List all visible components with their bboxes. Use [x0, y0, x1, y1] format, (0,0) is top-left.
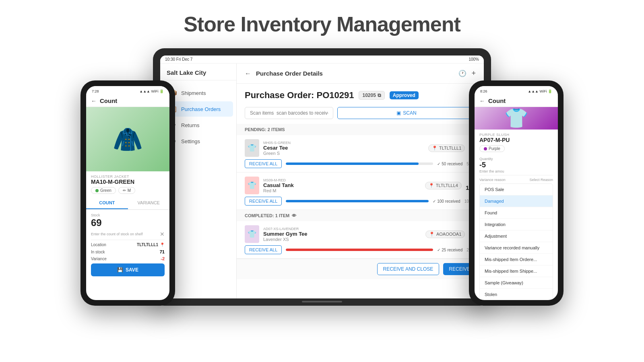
- dropdown-misship-shipped[interactable]: Mis-shipped Item Shippe...: [480, 265, 553, 277]
- tablet-status-bar: 10:30 Fri Dec 7 100%: [160, 56, 484, 64]
- phone-right-back[interactable]: ←: [479, 98, 485, 104]
- casual-tank-info: MS09-M-RED Casual Tank Red M: [263, 178, 421, 193]
- variance-row: Variance -2: [91, 256, 165, 261]
- phone-right-color-tag[interactable]: Purple: [479, 145, 505, 152]
- phone-left-header: ← Count: [86, 95, 169, 107]
- pin-icon: 📍: [432, 146, 438, 151]
- summer-received-label: ✓ 25 received: [437, 248, 462, 252]
- devices-container: 10:30 Fri Dec 7 100% Salt Lake City 📦 Sh…: [80, 48, 564, 338]
- variance-reason-dropdown[interactable]: POS Sale Damaged Found Integration Adjus…: [479, 183, 553, 300]
- tablet-body: Salt Lake City 📦 Shipments 📋 Purchase Or…: [160, 64, 484, 298]
- sidebar-label-purchase-orders: Purchase Orders: [181, 106, 221, 112]
- receive-all-btn-casual[interactable]: RECEIVE ALL: [245, 197, 282, 206]
- count-tab[interactable]: COUNT: [86, 197, 128, 209]
- save-button[interactable]: 💾 SAVE: [91, 263, 165, 276]
- enter-amount-hint: Enter the amou: [479, 169, 553, 175]
- stock-value: 69: [91, 217, 165, 228]
- dropdown-pos-sale[interactable]: POS Sale: [480, 184, 553, 195]
- cesar-tee-variant: Green S: [263, 151, 424, 156]
- color-swatch-purple: [484, 147, 487, 150]
- scan-input[interactable]: [245, 107, 333, 119]
- casual-tank-sku: MS09-M-RED: [263, 178, 421, 182]
- phone-left: 7:28 ▲▲▲ WiFi 🔋 ← Count 🧥 HOLLISTER JACK…: [80, 80, 175, 306]
- variance-value: -2: [161, 256, 165, 261]
- po-id-badge: 10205 ⧉: [359, 91, 384, 100]
- bottom-bar: RECEIVE AND CLOSE RECEIVE: [237, 259, 484, 279]
- phone-left-category: HOLLISTER JACKET: [91, 175, 165, 179]
- po-title: Purchase Order: PO10291 10205 ⧉ Approved: [245, 90, 476, 101]
- phone-left-size-tag[interactable]: ✏ M: [118, 187, 135, 194]
- dropdown-integration[interactable]: Integration: [480, 219, 553, 230]
- count-body: Stock 69 Enter the count of stock on she…: [86, 210, 169, 300]
- tablet: 10:30 Fri Dec 7 100% Salt Lake City 📦 Sh…: [153, 48, 491, 306]
- dropdown-misship-ordered[interactable]: Mis-shipped Item Ordere...: [480, 254, 553, 265]
- add-icon[interactable]: +: [471, 69, 476, 78]
- quantity-value: -5: [479, 161, 553, 169]
- cesar-received-label: ✓ 50 received: [437, 162, 462, 166]
- po-number: Purchase Order: PO10291: [245, 90, 354, 101]
- receive-all-btn-cesar[interactable]: RECEIVE ALL: [245, 159, 282, 168]
- casual-received-label: ✓ 100 received: [433, 199, 460, 204]
- phone-right-title: Count: [488, 97, 506, 104]
- location-label: Location: [91, 243, 106, 247]
- cesar-progress-bar: [286, 162, 433, 165]
- variance-label: Variance: [91, 257, 107, 261]
- quantity-label: Quantity: [479, 157, 553, 161]
- phone-left-title: Count: [100, 97, 117, 104]
- phone-right-tags: Purple: [479, 145, 553, 152]
- pencil-icon: ✏: [123, 188, 126, 193]
- stock-label: Stock: [91, 213, 165, 217]
- variance-reason-section: Variance reason Select Reason POS Sale D…: [475, 177, 558, 300]
- casual-progress-bar: [286, 200, 429, 202]
- color-swatch: [95, 189, 99, 192]
- sidebar-store: Salt Lake City: [160, 64, 236, 80]
- pending-section-header: PENDING: 2 ITEMS: [237, 124, 484, 135]
- casual-tank-thumb: 👕: [245, 177, 259, 194]
- phone-left-screen: 7:28 ▲▲▲ WiFi 🔋 ← Count 🧥 HOLLISTER JACK…: [86, 86, 169, 300]
- phone-right-product-info: PURPLE SLUSH AP07-M-PU Purple: [475, 130, 558, 155]
- phone-right-product-name: AP07-M-PU: [479, 137, 553, 143]
- back-button[interactable]: ←: [245, 70, 251, 77]
- phone-left-color-tag[interactable]: Green: [91, 187, 116, 194]
- receive-and-close-button[interactable]: RECEIVE AND CLOSE: [377, 263, 440, 275]
- summer-gym-actions: RECEIVE ALL ✓ 25 received 20 or: [245, 245, 476, 254]
- content-header-left: ← Purchase Order Details: [245, 70, 323, 77]
- dropdown-adjustment[interactable]: Adjustment: [480, 230, 553, 242]
- phone-left-product-name: MA10-M-GREEN: [91, 179, 165, 185]
- cesar-tee-actions: RECEIVE ALL ✓ 50 received 55 or: [245, 159, 476, 168]
- quantity-section: Quantity -5 Enter the amou: [475, 155, 558, 177]
- clear-icon[interactable]: ✕: [160, 231, 165, 237]
- completed-section-header: COMPLETED: 1 ITEM 👁: [237, 210, 484, 221]
- copy-icon[interactable]: ⧉: [378, 93, 381, 98]
- dropdown-damaged[interactable]: Damaged: [480, 195, 553, 207]
- dropdown-stolen[interactable]: Stolen: [480, 289, 553, 300]
- dropdown-variance-manual[interactable]: Variance recorded manually: [480, 242, 553, 254]
- phone-left-tags: Green ✏ M: [91, 187, 165, 194]
- phone-left-product-img: 🧥: [86, 107, 169, 171]
- phone-left-back[interactable]: ←: [91, 98, 97, 104]
- scan-bar: ▣ SCAN: [237, 107, 484, 124]
- phone-right-product-img: 👕: [475, 107, 558, 130]
- location-row: Location TLTLTLLL1 📍: [91, 243, 165, 247]
- item-row-cesar-tee: 👕 MH05-S-GREEN Cesar Tee Green S 📍 TLTLT…: [237, 135, 484, 173]
- sidebar-label-shipments: Shipments: [181, 90, 206, 96]
- in-stock-label: In stock: [91, 250, 105, 254]
- scan-button[interactable]: ▣ SCAN: [337, 107, 476, 119]
- pin-icon-3: 📍: [429, 232, 435, 237]
- cesar-tee-thumb: 👕: [245, 139, 259, 157]
- receive-all-btn-summer[interactable]: RECEIVE ALL: [245, 245, 282, 254]
- item-row-summer-gym: 👕 AD07-XS-LAVENDER Summer Gym Tee Lavend…: [237, 221, 484, 259]
- variance-reason-header: Variance reason Select Reason: [479, 178, 553, 182]
- item-top-cesar-tee: 👕 MH05-S-GREEN Cesar Tee Green S 📍 TLTLT…: [245, 139, 476, 157]
- dropdown-found[interactable]: Found: [480, 207, 553, 219]
- dropdown-sample[interactable]: Sample (Giveaway): [480, 277, 553, 289]
- variance-tab[interactable]: VARIANCE: [128, 197, 170, 209]
- count-variance-tabs: COUNT VARIANCE: [86, 197, 169, 210]
- content-header-right: 🕐 +: [458, 69, 476, 78]
- casual-tank-location: 📍 TLTLTLLL4: [425, 182, 462, 189]
- po-header: Purchase Order: PO10291 10205 ⧉ Approved: [237, 84, 484, 107]
- clock-icon[interactable]: 🕐: [458, 70, 466, 77]
- summer-gym-sku: AD07-XS-LAVENDER: [263, 227, 421, 231]
- tablet-home-bar: [302, 301, 342, 302]
- eye-icon[interactable]: 👁: [292, 213, 296, 218]
